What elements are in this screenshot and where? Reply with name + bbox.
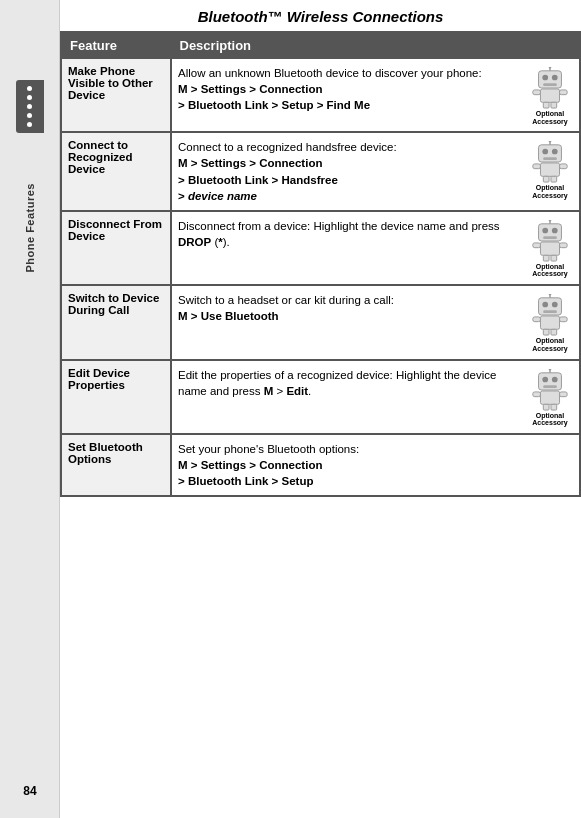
feature-cell: Make Phone Visible to Other Device	[61, 59, 171, 133]
desc-text: Allow an unknown Bluetooth device to dis…	[178, 65, 523, 113]
svg-rect-36	[543, 310, 556, 313]
col-header-feature: Feature	[61, 32, 171, 59]
sidebar-tab	[16, 80, 44, 133]
svg-rect-21	[551, 177, 557, 183]
svg-point-46	[552, 376, 558, 382]
desc-text: Edit the properties of a recognized devi…	[178, 367, 523, 399]
feature-table: Feature Description Make Phone Visible t…	[60, 31, 581, 497]
svg-rect-43	[551, 329, 557, 335]
svg-rect-41	[560, 317, 568, 322]
svg-rect-30	[560, 243, 568, 248]
col-header-description: Description	[171, 32, 580, 59]
desc-cell: Edit the properties of a recognized devi…	[171, 360, 580, 434]
optional-accessory-icon	[530, 141, 570, 183]
svg-rect-6	[540, 89, 559, 102]
optional-accessory-icon	[530, 294, 570, 336]
svg-rect-53	[543, 404, 549, 410]
svg-point-27	[549, 220, 552, 221]
feature-cell: Set Bluetooth Options	[61, 434, 171, 496]
svg-point-1	[542, 75, 548, 81]
svg-rect-54	[551, 404, 557, 410]
feature-cell: Disconnect From Device	[61, 211, 171, 285]
svg-rect-10	[551, 102, 557, 108]
table-row: Edit Device Properties Edit the properti…	[61, 360, 580, 434]
svg-rect-3	[543, 83, 556, 86]
svg-rect-18	[533, 164, 541, 169]
accessory-icon: OptionalAccessory	[527, 367, 573, 427]
table-row: Make Phone Visible to Other Device Allow…	[61, 59, 580, 133]
svg-rect-19	[560, 164, 568, 169]
svg-rect-8	[560, 90, 568, 95]
feature-cell: Switch to Device During Call	[61, 285, 171, 359]
svg-point-2	[552, 75, 558, 81]
desc-text: Set your phone's Bluetooth options: M > …	[178, 441, 573, 489]
svg-rect-52	[560, 391, 568, 396]
desc-cell: Set your phone's Bluetooth options: M > …	[171, 434, 580, 496]
accessory-icon: OptionalAccessory	[527, 65, 573, 125]
svg-rect-31	[543, 255, 549, 261]
optional-accessory-icon	[530, 369, 570, 411]
svg-point-38	[549, 294, 552, 295]
page-number: 84	[0, 784, 60, 798]
sidebar-label: Phone Features	[24, 183, 36, 273]
svg-rect-9	[543, 102, 549, 108]
desc-text: Switch to a headset or car kit during a …	[178, 292, 523, 324]
svg-rect-29	[533, 243, 541, 248]
svg-rect-25	[543, 236, 556, 239]
sidebar-dot	[27, 113, 32, 118]
svg-point-12	[542, 149, 548, 155]
svg-point-13	[552, 149, 558, 155]
svg-rect-20	[543, 177, 549, 183]
accessory-icon: OptionalAccessory	[527, 139, 573, 199]
sidebar-dot	[27, 95, 32, 100]
accessory-label: OptionalAccessory	[532, 184, 567, 199]
svg-point-49	[549, 369, 552, 370]
optional-accessory-icon	[530, 67, 570, 109]
desc-cell: Connect to a recognized handsfree device…	[171, 132, 580, 210]
table-row: Set Bluetooth Options Set your phone's B…	[61, 434, 580, 496]
left-sidebar: Phone Features 84	[0, 0, 60, 818]
accessory-label: OptionalAccessory	[532, 337, 567, 352]
accessory-label: OptionalAccessory	[532, 412, 567, 427]
svg-rect-40	[533, 317, 541, 322]
svg-rect-42	[543, 329, 549, 335]
accessory-label: OptionalAccessory	[532, 263, 567, 278]
svg-point-35	[552, 302, 558, 308]
desc-text: Connect to a recognized handsfree device…	[178, 139, 523, 203]
svg-rect-14	[543, 158, 556, 161]
page-container: Phone Features 84 Bluetooth™ Wireless Co…	[0, 0, 581, 818]
svg-rect-47	[543, 385, 556, 388]
sidebar-dot	[27, 86, 32, 91]
table-row: Switch to Device During Call Switch to a…	[61, 285, 580, 359]
feature-cell: Edit Device Properties	[61, 360, 171, 434]
svg-rect-39	[540, 316, 559, 329]
svg-rect-51	[533, 391, 541, 396]
desc-text: Disconnect from a device: Highlight the …	[178, 218, 523, 250]
svg-rect-50	[540, 390, 559, 403]
svg-rect-17	[540, 163, 559, 176]
feature-cell: Connect to Recognized Device	[61, 132, 171, 210]
svg-point-45	[542, 376, 548, 382]
svg-rect-7	[533, 90, 541, 95]
svg-rect-32	[551, 255, 557, 261]
optional-accessory-icon	[530, 220, 570, 262]
accessory-label: OptionalAccessory	[532, 110, 567, 125]
table-row: Connect to Recognized Device Connect to …	[61, 132, 580, 210]
sidebar-dot	[27, 122, 32, 127]
table-row: Disconnect From Device Disconnect from a…	[61, 211, 580, 285]
svg-point-34	[542, 302, 548, 308]
desc-cell: Disconnect from a device: Highlight the …	[171, 211, 580, 285]
desc-cell: Switch to a headset or car kit during a …	[171, 285, 580, 359]
page-title: Bluetooth™ Wireless Connections	[60, 0, 581, 31]
svg-point-24	[552, 227, 558, 233]
svg-rect-28	[540, 242, 559, 255]
svg-point-23	[542, 227, 548, 233]
accessory-icon: OptionalAccessory	[527, 218, 573, 278]
desc-cell: Allow an unknown Bluetooth device to dis…	[171, 59, 580, 133]
sidebar-dot	[27, 104, 32, 109]
svg-point-5	[549, 67, 552, 68]
svg-point-16	[549, 141, 552, 142]
accessory-icon: OptionalAccessory	[527, 292, 573, 352]
main-content: Bluetooth™ Wireless Connections Feature …	[60, 0, 581, 497]
